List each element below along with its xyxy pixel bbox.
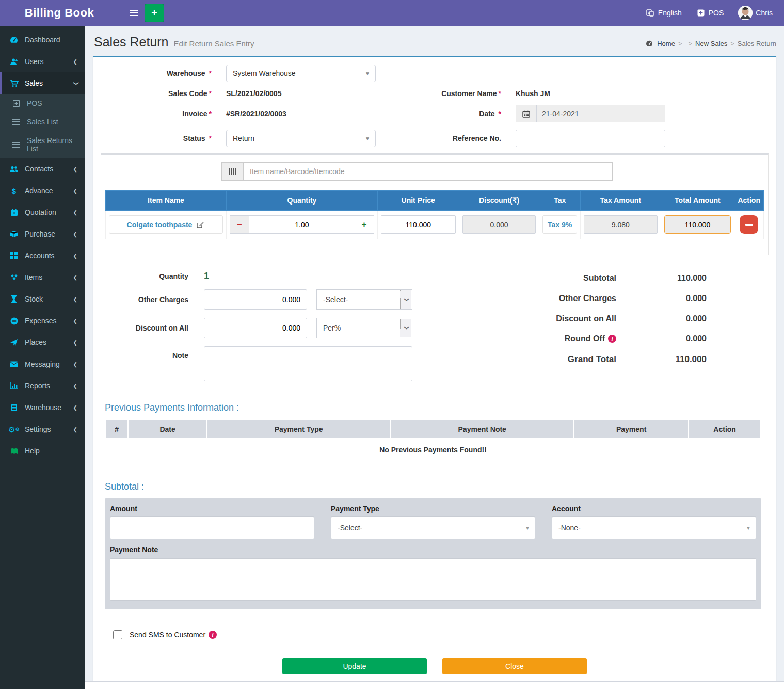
home-icon (645, 39, 654, 48)
page-footer: Copyright © 2021 All rights reserved. Bi… (85, 681, 784, 689)
quantity-increase-button[interactable]: + (355, 215, 374, 234)
sidebar: Dashboard Users ❮ Sales ❮ POS Sales List… (0, 26, 85, 689)
discount-on-all-label: Discount on All (101, 324, 188, 332)
sidebar-item-sales[interactable]: Sales ❮ (0, 72, 85, 94)
remove-item-button[interactable] (740, 215, 758, 234)
other-charges-total-label: Other Charges (488, 294, 616, 303)
table-row: Colgate toothpaste − + (106, 211, 764, 239)
sidebar-item-advance[interactable]: $ Advance ❮ (0, 180, 85, 201)
cart-icon (9, 79, 19, 87)
discount-total-label: Discount on All (488, 314, 616, 323)
update-button[interactable]: Update (282, 658, 427, 674)
chevron-left-icon: ❮ (73, 275, 77, 280)
col-pp-action: Action (689, 420, 761, 439)
chevron-down-icon: ▼ (746, 525, 751, 531)
gears-icon: ⚙⚙ (9, 425, 19, 433)
grand-total-label: Grand Total (488, 354, 616, 365)
empty-payments-message: No Previous Payments Found!! (105, 439, 761, 461)
chevron-left-icon: ❮ (73, 427, 77, 432)
total-amount-input[interactable] (664, 215, 731, 234)
warehouse-select[interactable]: System Warehouse▼ (226, 65, 376, 82)
chevron-down-icon: ❮ (72, 81, 78, 85)
discount-type-select[interactable]: Per%❮ (316, 318, 412, 338)
item-search-input[interactable] (243, 162, 613, 181)
users-icon (9, 57, 19, 66)
user-menu[interactable]: Chris (738, 6, 773, 20)
sidebar-item-quotation[interactable]: Quotation ❮ (0, 201, 85, 223)
sidebar-item-contacts[interactable]: Contacts ❮ (0, 158, 85, 180)
chevron-left-icon: ❮ (73, 296, 77, 302)
sidebar-item-warehouse[interactable]: Warehouse ❮ (0, 397, 85, 418)
col-payment-note: Payment Note (390, 420, 574, 439)
plus-square-icon (11, 99, 21, 107)
status-select[interactable]: Return▼ (226, 130, 376, 147)
other-charges-select[interactable]: -Select-❮ (316, 289, 412, 310)
page-subtitle: Edit Return Sales Entry (174, 39, 254, 48)
tax-link[interactable]: Tax 9% (542, 215, 577, 234)
close-button[interactable]: Close (442, 658, 587, 674)
language-menu[interactable]: A English (646, 9, 682, 17)
breadcrumb-new-sales[interactable]: New Sales (695, 40, 727, 48)
reference-no-input[interactable] (516, 130, 665, 147)
hourglass-icon (9, 295, 19, 303)
sidebar-item-reports[interactable]: Reports ❮ (0, 375, 85, 397)
sidebar-item-messaging[interactable]: Messaging ❮ (0, 353, 85, 375)
date-input[interactable] (536, 105, 665, 122)
sidebar-item-items[interactable]: Items ❮ (0, 267, 85, 288)
sidebar-item-accounts[interactable]: Accounts ❮ (0, 245, 85, 267)
sidebar-item-users[interactable]: Users ❮ (0, 51, 85, 72)
send-sms-checkbox[interactable] (113, 630, 122, 639)
other-charges-total-value: 0.000 (616, 294, 707, 303)
payment-type-select[interactable]: -Select-▼ (331, 516, 535, 539)
col-hash: # (105, 420, 128, 439)
quantity-decrease-button[interactable]: − (230, 215, 249, 234)
col-quantity: Quantity (227, 191, 378, 211)
amount-input[interactable] (110, 516, 314, 539)
quick-add-button[interactable]: + (145, 4, 164, 22)
sidebar-toggle-icon[interactable] (124, 0, 145, 26)
sidebar-item-purchase[interactable]: Purchase ❮ (0, 223, 85, 245)
breadcrumb-home[interactable]: Home (657, 40, 675, 48)
chevron-left-icon: ❮ (73, 231, 77, 237)
paper-plane-icon (9, 338, 19, 347)
barcode-icon (221, 162, 243, 181)
col-total-amount: Total Amount (661, 191, 734, 211)
sidebar-item-sales-returns-list[interactable]: Sales Returns List (0, 131, 85, 158)
amount-label: Amount (110, 505, 314, 513)
sidebar-item-expenses[interactable]: Expenses ❮ (0, 310, 85, 332)
account-select[interactable]: -None-▼ (552, 516, 756, 539)
app-logo[interactable]: Billing Book (0, 0, 119, 26)
other-charges-input[interactable] (204, 289, 307, 310)
sidebar-item-sales-list[interactable]: Sales List (0, 113, 85, 131)
unit-price-input[interactable] (381, 215, 456, 234)
sidebar-item-settings[interactable]: ⚙⚙ Settings ❮ (0, 418, 85, 440)
customer-name-label: Customer Name* (390, 89, 501, 98)
chevron-left-icon: ❮ (73, 253, 77, 259)
invoice-label: Invoice* (101, 109, 212, 118)
box-icon (9, 230, 19, 238)
sidebar-item-places[interactable]: Places ❮ (0, 332, 85, 353)
chevron-left-icon: ❮ (73, 59, 77, 65)
sidebar-item-dashboard[interactable]: Dashboard (0, 29, 85, 51)
building-icon (9, 403, 19, 412)
send-sms-label: Send SMS to Customeri (130, 631, 217, 639)
payment-note-textarea[interactable] (110, 558, 756, 601)
customer-name-value: Khush JM (516, 89, 665, 98)
contacts-icon (9, 165, 19, 173)
sidebar-item-pos[interactable]: POS (0, 94, 85, 113)
discount-on-all-input[interactable] (204, 318, 307, 338)
avatar (738, 6, 753, 20)
round-off-label: Round Offi (488, 334, 616, 343)
sidebar-item-stock[interactable]: Stock ❮ (0, 288, 85, 310)
chevron-left-icon: ❮ (73, 340, 77, 346)
pos-link[interactable]: POS (696, 9, 724, 17)
date-label: Date * (390, 109, 501, 118)
info-icon: i (608, 335, 616, 343)
chevron-left-icon: ❮ (73, 166, 77, 172)
note-textarea[interactable] (204, 346, 412, 381)
item-name-link[interactable]: Colgate toothpaste (109, 215, 223, 234)
discount-total-value: 0.000 (616, 314, 707, 323)
sidebar-item-help[interactable]: Help (0, 440, 85, 462)
payment-type-label: Payment Type (331, 505, 535, 513)
quantity-input[interactable] (249, 215, 355, 234)
